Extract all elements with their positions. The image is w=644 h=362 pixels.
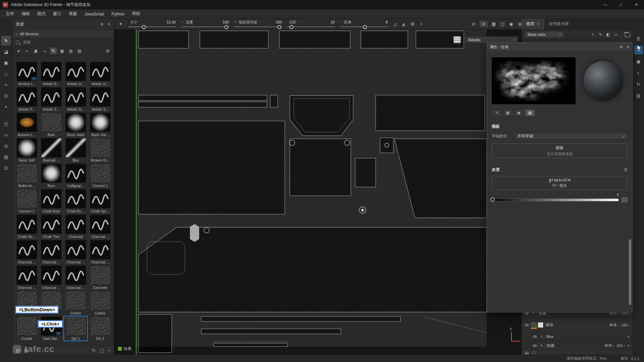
brush-cell[interactable]: Charcoal ... bbox=[40, 240, 63, 264]
visibility-toggle-icon[interactable] bbox=[533, 344, 537, 348]
filter-filters-icon[interactable]: ◒ bbox=[41, 48, 48, 54]
slider-knob[interactable] bbox=[289, 25, 293, 29]
close-panel-icon[interactable] bbox=[627, 45, 630, 49]
brush-cell[interactable]: Charcoal bbox=[64, 215, 87, 239]
maximize-button[interactable]: □ bbox=[613, 0, 629, 9]
brush-cell[interactable]: Chalk Thin bbox=[40, 215, 63, 239]
brush-cell[interactable]: Artistic H... bbox=[64, 62, 87, 86]
layer-row[interactable] bbox=[522, 350, 633, 355]
add-fill-layer-icon[interactable]: ◧ bbox=[606, 32, 610, 37]
brush-cell[interactable]: Bullet Im... bbox=[15, 164, 38, 188]
eraser-tool-icon[interactable]: ◪ bbox=[2, 47, 10, 56]
slider-knob[interactable] bbox=[277, 25, 281, 29]
projection-tool-icon[interactable]: ▣ bbox=[2, 58, 10, 67]
shelf-icon[interactable]: ▤ bbox=[2, 153, 10, 161]
undock-panel-icon[interactable] bbox=[101, 22, 103, 26]
brush-cell[interactable]: Charcoal ... bbox=[15, 265, 38, 290]
blend-mode-dropdown[interactable]: 标准 bbox=[605, 343, 614, 348]
brush-cell[interactable]: Concrete bbox=[89, 265, 112, 290]
log-icon[interactable]: ▤ bbox=[634, 91, 643, 100]
clone-tool-icon[interactable]: ⊡ bbox=[2, 92, 10, 100]
undock-panel-icon[interactable] bbox=[620, 45, 623, 49]
layer-thumbnail[interactable] bbox=[539, 334, 545, 340]
layer-row[interactable]: 绘画 标准 100 bbox=[522, 341, 633, 350]
color-picker-icon[interactable] bbox=[622, 197, 628, 202]
brush-cell[interactable]: Artistic S... bbox=[89, 87, 112, 111]
library-selector[interactable]: All libraries bbox=[12, 30, 114, 38]
brush-param-slider[interactable]: ✎ 流量 100 bbox=[181, 20, 229, 28]
brush-cell[interactable]: Artistic P... bbox=[15, 87, 38, 111]
blend-mode-dropdown[interactable]: 标准 bbox=[609, 323, 619, 327]
camera-icon[interactable]: ◉ bbox=[508, 21, 514, 26]
export-textures-icon[interactable]: ◰ bbox=[2, 119, 10, 128]
brush-cell[interactable]: Charcoal ... bbox=[64, 265, 87, 290]
menu-item[interactable]: 编辑 bbox=[18, 11, 34, 17]
brush-cell[interactable]: Basic Soft bbox=[15, 138, 38, 162]
brush-cell[interactable]: Charcoal ... bbox=[40, 265, 63, 290]
visibility-toggle-icon[interactable] bbox=[533, 335, 537, 339]
brush-param-slider[interactable]: ✎ 笔刷透明度 100 bbox=[234, 20, 282, 28]
brush-cell[interactable]: Dark Hat... bbox=[40, 316, 63, 341]
slider-track[interactable] bbox=[287, 26, 335, 27]
brush-cell[interactable]: Cement 2 bbox=[15, 189, 38, 213]
brush-cell[interactable]: Autumn L... bbox=[15, 113, 38, 137]
smudge-tool-icon[interactable]: ∿ bbox=[2, 80, 10, 89]
viewer-settings-icon[interactable]: ◎ bbox=[2, 141, 10, 150]
brush-cell[interactable]: Basmati ... bbox=[40, 138, 63, 162]
menu-item[interactable]: 帮助 bbox=[128, 11, 144, 17]
layer-thumbnail[interactable] bbox=[539, 343, 545, 349]
brush-cell[interactable]: Chalk Bold bbox=[40, 189, 63, 213]
display-mode-icon[interactable]: ◫ bbox=[500, 21, 505, 26]
layer-thumbnail[interactable] bbox=[531, 351, 537, 355]
tab-close-icon[interactable]: ✕ bbox=[537, 22, 540, 26]
filter-materials-icon[interactable]: ● bbox=[15, 48, 22, 54]
close-button[interactable]: ✕ bbox=[629, 0, 644, 9]
hide-ui-icon[interactable]: ⊘ bbox=[471, 21, 476, 26]
menu-item[interactable]: Python bbox=[108, 12, 128, 16]
remove-effect-icon[interactable] bbox=[627, 335, 630, 339]
brush-cell[interactable]: Artistic S... bbox=[64, 87, 87, 111]
brush-cell[interactable]: Basic Har... bbox=[89, 113, 112, 137]
paint-tool-icon[interactable]: ✎ bbox=[2, 36, 10, 45]
slider-knob[interactable] bbox=[363, 25, 367, 29]
uv-grid-toggle-icon[interactable] bbox=[453, 36, 461, 43]
display-settings-icon[interactable]: ▭ bbox=[2, 130, 10, 139]
menu-item[interactable]: 模式 bbox=[34, 11, 49, 17]
tool-settings-icon[interactable]: ☰ bbox=[634, 34, 643, 43]
lazy-mouse-icon[interactable]: ≈ bbox=[419, 21, 424, 26]
layer-thumbnail[interactable] bbox=[531, 322, 543, 328]
brush-cell[interactable]: Artistic H... bbox=[89, 62, 112, 86]
slider-track[interactable] bbox=[128, 26, 176, 27]
brush-param-slider[interactable]: 间距 10 bbox=[287, 20, 335, 28]
brush-cell[interactable]: Bark bbox=[40, 113, 63, 137]
filter-textures-icon[interactable]: ▤ bbox=[67, 48, 74, 54]
add-effect-icon[interactable]: + bbox=[591, 32, 595, 37]
minimize-button[interactable]: — bbox=[598, 0, 613, 9]
brush-cell[interactable]: Chalk Bu... bbox=[64, 189, 87, 213]
slider-knob[interactable] bbox=[142, 25, 146, 29]
plugins-icon[interactable]: ☰ bbox=[2, 164, 10, 172]
brush-cell[interactable]: Charcoal ... bbox=[15, 240, 38, 264]
add-resource-icon[interactable]: + bbox=[108, 348, 110, 353]
menu-item[interactable]: 窗口 bbox=[49, 11, 65, 17]
brush-angle-icon[interactable]: ◿ bbox=[392, 21, 398, 26]
material-picker-tool-icon[interactable]: ⌖ bbox=[2, 103, 10, 111]
close-panel-icon[interactable] bbox=[107, 22, 110, 26]
brush-cell[interactable]: Blur bbox=[64, 138, 87, 162]
brush-cell[interactable]: Charcoal ... bbox=[64, 240, 87, 264]
layer-row[interactable]: Blur bbox=[522, 332, 633, 341]
grayscale-options-icon[interactable] bbox=[624, 168, 628, 172]
menu-item[interactable]: 文件 bbox=[2, 11, 18, 17]
add-folder-icon[interactable]: ▱ bbox=[614, 32, 618, 37]
stencil-tab-icon[interactable]: ◉ bbox=[514, 109, 524, 116]
brush-cell[interactable]: Broken Gl... bbox=[89, 138, 112, 162]
slider-track[interactable] bbox=[234, 26, 282, 27]
filter-environments-icon[interactable]: ▨ bbox=[76, 48, 83, 54]
brush-cell[interactable]: Charcoal ... bbox=[89, 215, 112, 239]
brush-cell[interactable]: Chalk Spr... bbox=[89, 189, 112, 213]
filter-alphas-icon[interactable]: ▦ bbox=[59, 48, 65, 54]
brush-cell[interactable]: Cracks bbox=[89, 291, 112, 315]
brush-cell[interactable]: Cement 1 bbox=[89, 164, 112, 188]
view-options-icon[interactable]: ⊞ bbox=[104, 48, 111, 54]
brush-cell[interactable]: Charcoal ... bbox=[89, 240, 112, 264]
